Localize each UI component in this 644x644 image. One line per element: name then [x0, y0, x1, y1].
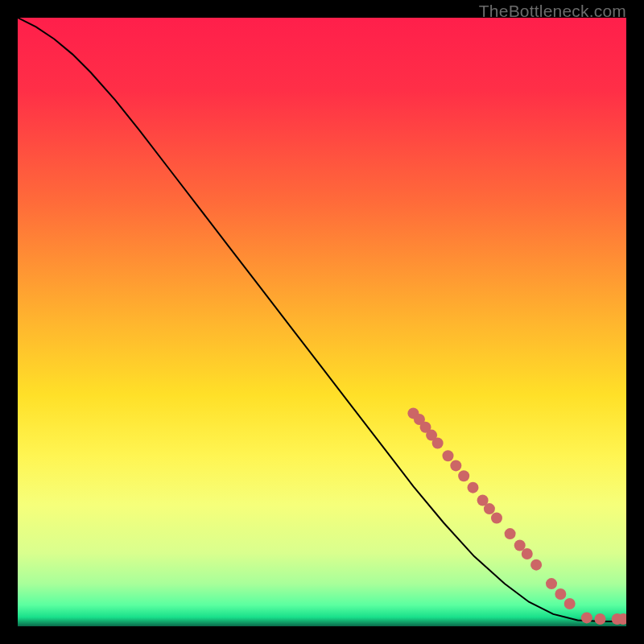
data-marker [442, 450, 453, 461]
data-marker [458, 470, 469, 481]
gradient-background [18, 18, 626, 626]
chart-frame [18, 18, 626, 626]
bottleneck-chart [18, 18, 626, 626]
data-marker [467, 482, 478, 493]
data-marker [546, 578, 557, 589]
data-marker [564, 598, 576, 609]
data-marker [594, 613, 605, 625]
data-marker [555, 588, 566, 600]
data-marker [530, 559, 542, 571]
data-marker [522, 548, 533, 559]
data-marker [505, 528, 516, 539]
data-marker [484, 503, 495, 514]
data-marker [491, 512, 502, 523]
data-marker [432, 437, 444, 448]
data-marker [514, 539, 526, 551]
data-marker [450, 460, 461, 471]
data-marker [581, 612, 592, 623]
